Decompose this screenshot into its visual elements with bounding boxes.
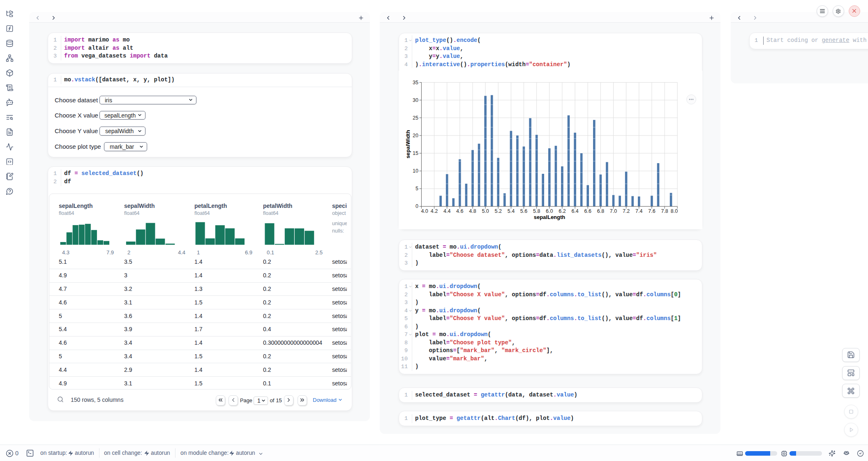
svg-text:6.8: 6.8 xyxy=(597,208,604,214)
svg-text:10: 10 xyxy=(413,168,418,174)
svg-text:4.8: 4.8 xyxy=(469,208,476,214)
svg-text:5.2: 5.2 xyxy=(495,208,502,214)
svg-text:7.4: 7.4 xyxy=(635,208,642,214)
svg-text:6.2: 6.2 xyxy=(559,208,566,214)
svg-text:sepalWidth: sepalWidth xyxy=(405,130,411,158)
svg-text:4.2: 4.2 xyxy=(431,208,438,214)
svg-text:5.6: 5.6 xyxy=(520,208,527,214)
svg-text:7.2: 7.2 xyxy=(623,208,630,214)
svg-text:sepalLength: sepalLength xyxy=(534,214,566,220)
svg-text:30: 30 xyxy=(413,97,418,103)
svg-text:6.0: 6.0 xyxy=(546,208,553,214)
svg-text:8.0: 8.0 xyxy=(671,208,678,214)
svg-text:5.4: 5.4 xyxy=(508,208,515,214)
svg-text:7.6: 7.6 xyxy=(648,208,655,214)
svg-text:4.6: 4.6 xyxy=(456,208,463,214)
svg-text:7.8: 7.8 xyxy=(661,208,668,214)
svg-text:6.6: 6.6 xyxy=(584,208,591,214)
svg-text:20: 20 xyxy=(413,133,418,138)
svg-text:5.0: 5.0 xyxy=(482,208,489,214)
svg-text:4.4: 4.4 xyxy=(443,208,450,214)
svg-text:35: 35 xyxy=(413,80,418,85)
svg-text:6.4: 6.4 xyxy=(571,208,578,214)
svg-text:5.8: 5.8 xyxy=(533,208,540,214)
svg-text:4.0: 4.0 xyxy=(421,208,428,214)
svg-text:15: 15 xyxy=(413,150,418,156)
svg-text:7.0: 7.0 xyxy=(610,208,617,214)
svg-text:0: 0 xyxy=(416,203,418,209)
svg-text:25: 25 xyxy=(413,115,418,121)
svg-text:5: 5 xyxy=(416,186,418,191)
